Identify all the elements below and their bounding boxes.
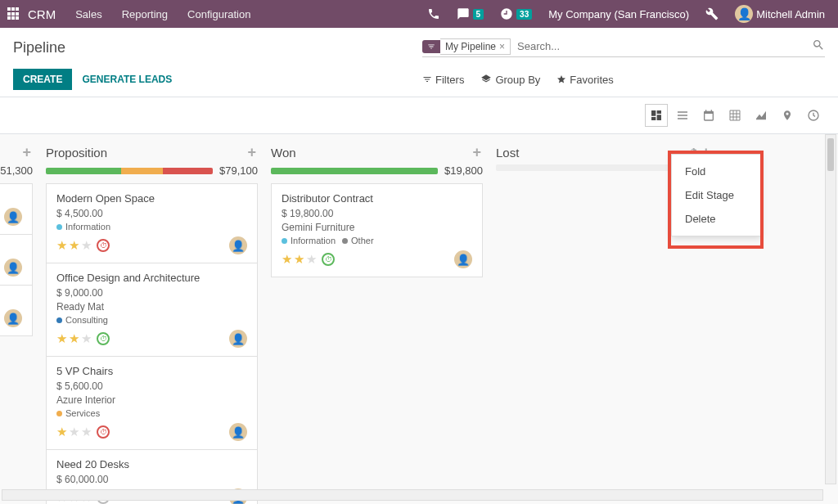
debug-icon[interactable]: [699, 7, 725, 20]
kanban-column: +$51,300es: Furnitures★★★⏱Chairs★★★⏱ces★…: [0, 141, 39, 504]
card-title: Need 20 Desks: [56, 458, 247, 470]
app-brand[interactable]: CRM: [28, 7, 56, 21]
user-name: Mitchell Admin: [756, 8, 825, 20]
kanban-card[interactable]: Modern Open Space$ 4,500.00Information★★…: [46, 183, 258, 263]
card-avatar[interactable]: [229, 330, 247, 348]
dropdown-edit-stage[interactable]: Edit Stage: [672, 183, 760, 207]
filter-chip-remove-icon[interactable]: ×: [499, 41, 505, 52]
generate-leads-button[interactable]: GENERATE LEADS: [82, 74, 172, 85]
card-tags: Consulting: [56, 315, 247, 325]
column-progress-bar[interactable]: [271, 168, 438, 174]
dropdown-fold[interactable]: Fold: [672, 160, 760, 183]
activities-icon[interactable]: 33: [493, 7, 538, 20]
card-title: Modern Open Space: [56, 192, 247, 205]
card-tags: Information: [56, 222, 247, 232]
messages-badge: 5: [473, 9, 484, 20]
user-menu[interactable]: Mitchell Admin: [728, 5, 831, 23]
card-priority-stars[interactable]: ★★★⏱: [282, 252, 335, 267]
card-avatar[interactable]: [4, 309, 22, 327]
voip-icon[interactable]: [421, 7, 447, 20]
avatar-icon: [735, 5, 753, 23]
column-title: Lost: [496, 146, 685, 160]
card-title: Chairs: [0, 243, 22, 255]
column-total: $51,300: [0, 164, 33, 177]
card-amount: $ 5,600.00: [56, 380, 247, 392]
favorites-dropdown[interactable]: Favorites: [556, 74, 613, 86]
card-company: Gemini Furniture: [282, 222, 472, 233]
column-total: $19,800: [444, 164, 483, 177]
card-avatar[interactable]: [229, 236, 247, 254]
kanban-card[interactable]: Distributor Contract$ 19,800.00Gemini Fu…: [271, 183, 483, 277]
view-activity-icon[interactable]: [802, 104, 825, 127]
filter-chip[interactable]: My Pipeline×: [440, 38, 511, 55]
card-avatar[interactable]: [229, 423, 247, 441]
view-kanban-icon[interactable]: [645, 104, 668, 127]
column-add-icon[interactable]: +: [471, 144, 483, 161]
search-icon[interactable]: [812, 38, 825, 54]
nav-reporting[interactable]: Reporting: [114, 8, 176, 20]
kanban-card[interactable]: es: Furnitures★★★⏱: [0, 183, 33, 235]
activity-icon[interactable]: ⏱: [97, 425, 110, 439]
card-amount: $ 19,800.00: [282, 208, 472, 219]
groupby-dropdown[interactable]: Group By: [480, 74, 540, 86]
messages-icon[interactable]: 5: [450, 7, 491, 20]
nav-configuration[interactable]: Configuration: [179, 8, 259, 20]
create-button[interactable]: CREATE: [13, 69, 72, 90]
activity-icon[interactable]: ⏱: [97, 239, 110, 252]
filter-chip-icon: [422, 40, 440, 53]
filters-dropdown[interactable]: Filters: [422, 74, 464, 86]
card-tags: Services: [56, 408, 247, 418]
dropdown-delete[interactable]: Delete: [672, 207, 760, 231]
view-pivot-icon[interactable]: [723, 104, 746, 127]
card-priority-stars[interactable]: ★★★⏱: [56, 425, 110, 439]
stage-settings-dropdown: Fold Edit Stage Delete: [671, 154, 761, 236]
card-amount: $ 4,500.00: [56, 208, 247, 219]
view-switcher: [0, 104, 838, 134]
card-avatar[interactable]: [4, 208, 22, 226]
column-total: $79,100: [219, 164, 258, 177]
top-navbar: CRM Sales Reporting Configuration 5 33 M…: [0, 0, 838, 28]
kanban-column: Proposition+$79,100Modern Open Space$ 4,…: [39, 141, 264, 504]
card-priority-stars[interactable]: ★★★⏱: [56, 331, 110, 346]
search-bar[interactable]: My Pipeline×: [422, 38, 825, 57]
card-priority-stars[interactable]: ★★★⏱: [56, 238, 110, 253]
card-amount: $ 60,000.00: [56, 474, 247, 485]
view-list-icon[interactable]: [671, 104, 694, 127]
control-panel: Pipeline My Pipeline× CREATE GENERATE LE…: [0, 28, 838, 97]
kanban-card[interactable]: Office Design and Architecture$ 9,000.00…: [46, 263, 258, 357]
card-amount: $ 9,000.00: [56, 287, 247, 299]
card-title: es: Furnitures: [0, 192, 22, 205]
activity-icon[interactable]: ⏱: [97, 332, 110, 345]
card-title: 5 VP Chairs: [56, 365, 247, 377]
company-switcher[interactable]: My Company (San Francisco): [542, 8, 696, 20]
column-add-icon[interactable]: +: [20, 144, 33, 161]
card-avatar[interactable]: [454, 250, 472, 268]
activities-badge: 33: [516, 9, 532, 20]
card-company: Ready Mat: [56, 301, 247, 313]
column-title: Won: [271, 146, 471, 160]
kanban-column: Won+$19,800Distributor Contract$ 19,800.…: [264, 141, 489, 504]
kanban-card[interactable]: Chairs★★★⏱: [0, 234, 33, 286]
kanban-card[interactable]: ces★★★⏱: [0, 285, 33, 336]
card-company: Azure Interior: [56, 394, 247, 406]
column-add-icon[interactable]: +: [246, 144, 258, 161]
horizontal-scrollbar[interactable]: [2, 489, 823, 501]
search-input[interactable]: [511, 38, 812, 55]
apps-icon[interactable]: [7, 7, 21, 21]
vertical-scrollbar[interactable]: [825, 134, 836, 484]
view-map-icon[interactable]: [776, 104, 799, 127]
activity-icon[interactable]: ⏱: [322, 253, 335, 266]
column-title: Proposition: [46, 146, 246, 160]
card-tags: InformationOther: [282, 236, 472, 245]
card-title: Distributor Contract: [282, 192, 472, 205]
view-graph-icon[interactable]: [750, 104, 773, 127]
card-title: ces: [0, 294, 22, 306]
card-avatar[interactable]: [4, 259, 22, 277]
nav-sales[interactable]: Sales: [67, 8, 110, 20]
page-title: Pipeline: [13, 39, 422, 56]
column-progress-bar[interactable]: [46, 168, 213, 174]
view-calendar-icon[interactable]: [697, 104, 720, 127]
kanban-card[interactable]: 5 VP Chairs$ 5,600.00Azure InteriorServi…: [46, 356, 258, 450]
card-title: Office Design and Architecture: [56, 272, 247, 284]
